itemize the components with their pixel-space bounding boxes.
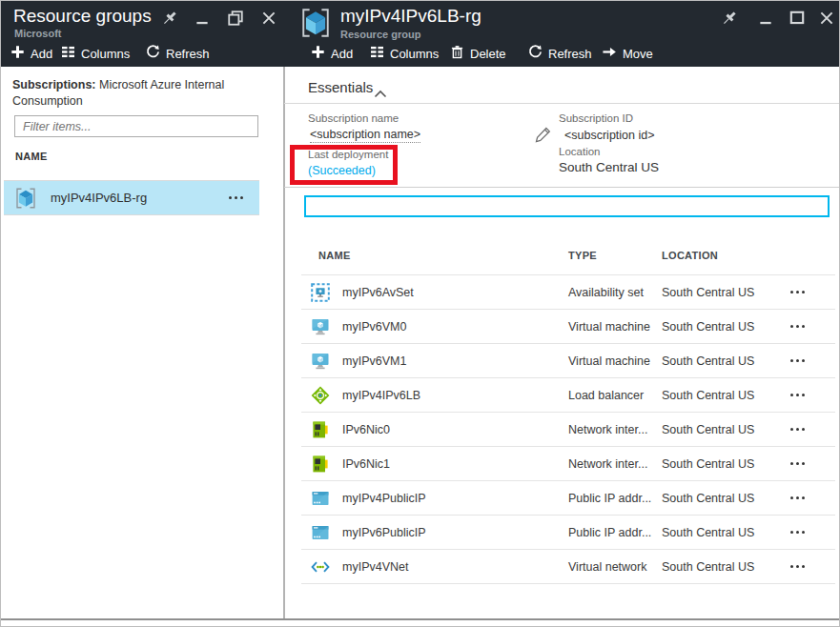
resource-group-icon xyxy=(14,187,37,210)
table-row[interactable]: myIPv4PublicIP Public IP addr... South C… xyxy=(301,481,835,516)
essentials-title: Essentials xyxy=(308,79,373,95)
window-bottom-border xyxy=(1,618,840,620)
list-column-header-name: NAME xyxy=(15,151,48,162)
refresh-button[interactable]: Refresh xyxy=(146,43,210,64)
subscription-id-value[interactable]: <subscription id> xyxy=(564,129,655,142)
refresh-icon xyxy=(146,45,166,62)
blade-divider xyxy=(283,67,285,619)
table-row[interactable]: IPv6Nic0 Network inter... South Central … xyxy=(301,413,835,447)
subscription-name-label: Subscription name xyxy=(308,112,399,124)
load-balancer-icon xyxy=(311,386,330,405)
minimize-icon[interactable] xyxy=(194,10,211,27)
resource-group-name: myIPv4IPv6LB-rg xyxy=(51,191,147,205)
virtual-network-icon xyxy=(311,557,330,576)
essentials-divider xyxy=(284,103,840,104)
minimize-icon[interactable] xyxy=(757,10,774,27)
more-options-icon[interactable] xyxy=(790,325,808,329)
more-options-icon[interactable] xyxy=(790,565,808,569)
plus-icon xyxy=(10,45,31,62)
virtual-machine-icon xyxy=(311,317,330,336)
resource-table: myIPv6AvSet Availability set South Centr… xyxy=(301,274,835,584)
trash-icon xyxy=(450,45,470,62)
location-label: Location xyxy=(559,146,600,157)
delete-button[interactable]: Delete xyxy=(450,43,506,64)
public-ip-icon xyxy=(311,489,330,508)
table-row[interactable]: myIPv4IPv6LB Load balancer South Central… xyxy=(301,378,835,413)
subscriptions-summary: Subscriptions: Microsoft Azure Internal … xyxy=(12,77,268,110)
columns-button[interactable]: Columns xyxy=(370,43,439,64)
more-options-icon[interactable] xyxy=(790,359,808,363)
add-button[interactable]: Add xyxy=(10,43,52,64)
more-options-icon[interactable] xyxy=(229,196,246,200)
blade-headers: Resource groups Microsoft Add Columns Re… xyxy=(1,1,840,67)
table-row[interactable]: myIPv6PublicIP Public IP addr... South C… xyxy=(301,516,835,550)
refresh-button[interactable]: Refresh xyxy=(528,43,592,64)
table-header: NAME TYPE LOCATION xyxy=(301,244,835,273)
right-blade-title: myIPv4IPv6LB-rg xyxy=(340,6,481,27)
location-value: South Central US xyxy=(559,160,659,174)
virtual-machine-icon xyxy=(311,352,330,371)
section-divider xyxy=(284,187,840,188)
pin-icon[interactable] xyxy=(161,10,178,27)
column-header-name[interactable]: NAME xyxy=(318,250,351,261)
more-options-icon[interactable] xyxy=(790,291,808,294)
azure-portal-screenshot: Resource groups Microsoft Add Columns Re… xyxy=(0,0,840,627)
availability-set-icon xyxy=(311,283,330,302)
columns-icon xyxy=(370,46,390,61)
arrow-right-icon xyxy=(602,45,623,62)
table-row[interactable]: myIPv6AvSet Availability set South Centr… xyxy=(301,275,835,310)
subscription-name-value[interactable]: <subscription name> xyxy=(310,128,420,143)
table-row[interactable]: myIPv4VNet Virtual network South Central… xyxy=(301,550,835,584)
maximize-icon[interactable] xyxy=(789,10,806,27)
columns-icon xyxy=(61,46,81,61)
pin-icon[interactable] xyxy=(721,10,738,27)
pencil-icon[interactable] xyxy=(535,127,551,147)
last-deployment-label: Last deployment xyxy=(308,149,388,160)
resource-group-list-item[interactable]: myIPv4IPv6LB-rg xyxy=(4,180,259,215)
network-interface-icon xyxy=(311,420,330,439)
last-deployment-link[interactable]: (Succeeded) xyxy=(308,164,376,177)
move-button[interactable]: Move xyxy=(602,43,653,64)
column-header-type[interactable]: TYPE xyxy=(568,250,597,261)
network-interface-icon xyxy=(311,455,330,474)
more-options-icon[interactable] xyxy=(790,394,808,397)
refresh-icon xyxy=(528,45,548,62)
table-row[interactable]: myIPv6VM1 Virtual machine South Central … xyxy=(301,344,835,378)
left-blade-subtitle: Microsoft xyxy=(14,28,62,39)
chevron-up-icon[interactable] xyxy=(374,85,387,102)
close-icon[interactable] xyxy=(818,10,835,27)
add-button[interactable]: Add xyxy=(311,43,353,64)
columns-button[interactable]: Columns xyxy=(61,43,130,64)
more-options-icon[interactable] xyxy=(790,428,808,432)
table-row[interactable]: myIPv6VM0 Virtual machine South Central … xyxy=(301,310,835,344)
right-blade-subtitle: Resource group xyxy=(340,29,420,40)
left-blade-title: Resource groups xyxy=(13,6,152,27)
more-options-icon[interactable] xyxy=(790,462,808,466)
close-icon[interactable] xyxy=(260,10,277,27)
resource-group-icon xyxy=(299,7,332,39)
public-ip-icon xyxy=(311,523,330,542)
subscriptions-label: Subscriptions: xyxy=(12,78,96,91)
column-header-location[interactable]: LOCATION xyxy=(662,250,718,261)
more-options-icon[interactable] xyxy=(790,531,808,535)
plus-icon xyxy=(311,45,331,62)
more-options-icon[interactable] xyxy=(790,496,808,500)
resource-filter-input[interactable] xyxy=(304,195,830,217)
filter-items-input[interactable] xyxy=(14,115,258,137)
subscription-id-label: Subscription ID xyxy=(559,112,633,124)
restore-icon[interactable] xyxy=(227,10,244,27)
table-row[interactable]: IPv6Nic1 Network inter... South Central … xyxy=(301,447,835,481)
